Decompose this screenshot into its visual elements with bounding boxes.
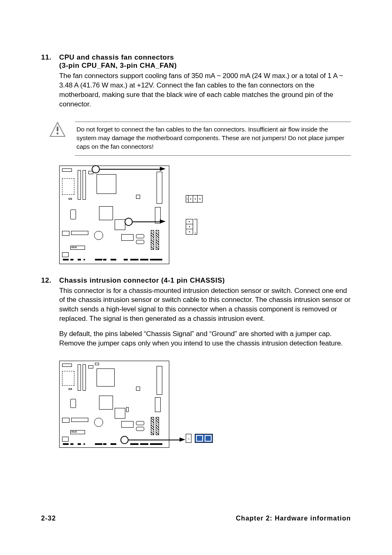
chassis-connector-diagram: /SUS ▯ (59, 361, 351, 448)
chapter-title: Chapter 2: Hardware information (236, 515, 351, 522)
cha-fan-connector: ● ● ● ▯ (186, 219, 197, 235)
brand-label: /SUS (71, 431, 77, 433)
svg-rect-1 (57, 127, 58, 131)
chassis-pin-diagram: ▯ (186, 434, 213, 443)
section-number: 11. (41, 53, 59, 70)
page-number: 2-32 (41, 515, 56, 522)
section-title: Chassis intrusion connector (4-1 pin CHA… (59, 276, 351, 285)
section-fan-connectors: 11. CPU and chassis fan connectors (3-pi… (41, 53, 351, 109)
section-body: The fan connectors support cooling fans … (59, 71, 351, 109)
fan-pin-diagrams: ▯ ● ● ● ● ● ● ▯ (186, 195, 203, 235)
warning-text: Do not forget to connect the fan cables … (75, 122, 351, 156)
title-line-2: (3-pin CPU_FAN, 3-pin CHA_FAN) (59, 62, 177, 69)
warning-icon (49, 122, 66, 140)
section-heading: 11. CPU and chassis fan connectors (3-pi… (41, 53, 351, 70)
section-number: 12. (41, 276, 59, 285)
motherboard-outline: /SUS (59, 166, 169, 264)
section-body-1: This connector is for a chassis-mounted … (59, 286, 351, 324)
section-heading: 12. Chassis intrusion connector (4-1 pin… (41, 276, 351, 285)
section-chassis-intrusion: 12. Chassis intrusion connector (4-1 pin… (41, 276, 351, 349)
svg-point-2 (57, 132, 59, 134)
fan-connector-diagram: /SUS ▯ ● ● (59, 166, 351, 264)
page-footer: 2-32 Chapter 2: Hardware information (41, 515, 351, 522)
motherboard-outline: /SUS (59, 361, 169, 448)
title-line-1: CPU and chassis fan connectors (59, 53, 174, 61)
cpu-fan-connector: ▯ ● ● ● (186, 195, 203, 203)
section-body-2: By default, the pins labeled “Chassis Si… (59, 329, 351, 348)
brand-label: /SUS (71, 246, 77, 249)
section-title: CPU and chassis fan connectors (3-pin CP… (59, 53, 351, 70)
warning-note: Do not forget to connect the fan cables … (49, 122, 351, 156)
